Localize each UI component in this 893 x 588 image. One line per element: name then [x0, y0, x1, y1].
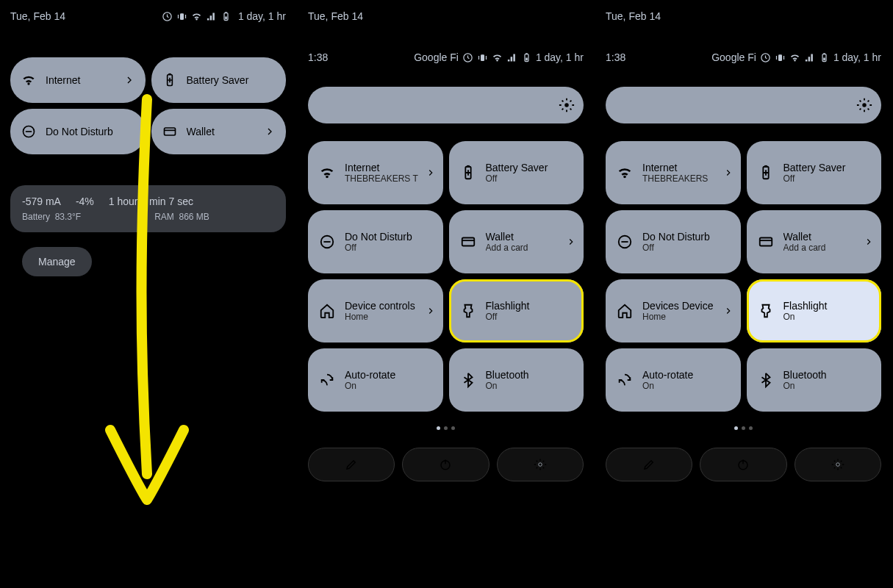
gear-icon	[534, 458, 547, 471]
bluetooth-icon	[757, 371, 775, 389]
tile-battery-saver[interactable]: Battery SaverOff	[449, 141, 584, 204]
edit-button[interactable]	[606, 448, 692, 481]
settings-button[interactable]	[497, 448, 584, 481]
power-button[interactable]	[700, 448, 786, 481]
power-button[interactable]	[402, 448, 489, 481]
tile-dnd[interactable]: Do Not DisturbOff	[606, 210, 741, 273]
brightness-slider[interactable]	[606, 87, 881, 123]
battery-saver-icon	[757, 164, 775, 182]
tile-title: Do Not Disturb	[642, 231, 731, 243]
status-timeleft: 1 day, 1 hr	[536, 51, 584, 63]
chevron-right-icon	[426, 306, 436, 316]
carrier-bar: 1:38 Google Fi 1 day, 1 hr	[298, 22, 594, 63]
tile-flashlight[interactable]: FlashlightOn	[747, 279, 882, 343]
tile-title: Bluetooth	[783, 369, 872, 381]
tile-bluetooth[interactable]: BluetoothOn	[449, 348, 584, 412]
wifi-icon	[21, 72, 37, 88]
tile-sub: Off	[345, 243, 433, 253]
card-icon	[757, 233, 775, 251]
status-time: 1:38	[606, 51, 625, 63]
qs-grid: InternetTHEBREAKERS Battery SaverOff Do …	[595, 123, 892, 412]
flashlight-icon	[459, 302, 477, 320]
dot	[444, 426, 448, 430]
tile-flashlight[interactable]: FlashlightOff	[449, 279, 584, 343]
tile-bluetooth[interactable]: BluetoothOn	[747, 348, 882, 412]
tile-label: Battery Saver	[187, 74, 276, 86]
autorotate-icon	[616, 371, 634, 389]
battery-saver-icon	[162, 72, 178, 88]
tile-sub: THEBREAKERS T	[345, 173, 433, 184]
tile-title: Flashlight	[486, 300, 574, 312]
signal-icon	[206, 11, 217, 22]
wifi-icon	[318, 164, 336, 182]
dot	[451, 426, 455, 430]
wifi-icon	[191, 11, 202, 22]
tile-wallet[interactable]: WalletAdd a card	[747, 210, 882, 273]
carrier-bar: 1:38 Google Fi 1 day, 1 hr	[595, 22, 892, 63]
signal-icon	[506, 52, 517, 63]
settings-button[interactable]	[795, 448, 881, 481]
home-icon	[318, 302, 336, 320]
chevron-right-icon	[864, 237, 874, 247]
tile-sub: Home	[345, 312, 433, 322]
qs-grid: InternetTHEBREAKERS T Battery SaverOff D…	[298, 123, 594, 412]
tile-device-controls[interactable]: Device controlsHome	[308, 279, 443, 343]
clock-icon	[462, 52, 473, 63]
tile-title: Do Not Disturb	[345, 231, 433, 243]
footer-buttons	[595, 430, 892, 481]
status-bar: Tue, Feb 14	[298, 0, 594, 22]
status-bar: Tue, Feb 14 1 day, 1 hr	[0, 0, 296, 22]
tile-sub: Add a card	[486, 243, 574, 253]
tile-sub: Home	[642, 312, 731, 322]
tile-sub: On	[783, 312, 872, 322]
vibrate-icon	[775, 52, 786, 63]
dot	[742, 426, 745, 430]
vibrate-icon	[176, 11, 187, 22]
chevron-right-icon	[566, 237, 576, 247]
manage-button[interactable]: Manage	[22, 247, 92, 276]
val-pct: -4%	[76, 196, 94, 207]
tile-title: Internet	[345, 162, 433, 173]
tile-sub: Off	[486, 173, 574, 184]
tile-sub: THEBREAKERS	[642, 173, 731, 184]
tile-auto-rotate[interactable]: Auto-rotateOn	[308, 348, 443, 412]
tile-title: Wallet	[486, 231, 574, 243]
footer-buttons	[298, 430, 594, 481]
tile-sub: Off	[783, 173, 872, 184]
brightness-slider[interactable]	[308, 87, 584, 123]
tile-auto-rotate[interactable]: Auto-rotateOn	[606, 348, 741, 412]
tile-title: Bluetooth	[486, 369, 574, 381]
tile-sub: Off	[486, 312, 574, 322]
tile-dnd[interactable]: Do Not DisturbOff	[308, 210, 443, 273]
tile-title: Battery Saver	[783, 162, 872, 173]
chevron-right-icon	[723, 168, 734, 178]
tile-internet[interactable]: InternetTHEBREAKERS	[606, 141, 741, 204]
tile-sub: On	[783, 381, 872, 391]
chevron-right-icon	[723, 306, 734, 316]
tile-wallet[interactable]: WalletAdd a card	[449, 210, 584, 273]
carrier-name: Google Fi	[414, 51, 459, 63]
tile-title: Device controls	[345, 300, 433, 312]
tile-battery-saver[interactable]: Battery SaverOff	[747, 141, 882, 204]
tile-sub: Add a card	[783, 243, 872, 253]
bluetooth-icon	[459, 371, 477, 389]
screenshot-panel-2: Tue, Feb 14 1:38 Google Fi 1 day, 1 hr I…	[298, 0, 595, 588]
carrier-name: Google Fi	[711, 51, 756, 63]
tile-sub: On	[345, 381, 433, 391]
power-icon	[736, 458, 750, 471]
tile-device-controls[interactable]: Devices DeviceHome	[606, 279, 741, 343]
home-icon	[616, 302, 634, 320]
tile-title: Devices Device	[642, 300, 731, 312]
dnd-icon	[616, 233, 634, 251]
tile-title: Auto-rotate	[345, 369, 433, 381]
gear-icon	[831, 458, 844, 471]
edit-button[interactable]	[308, 448, 395, 481]
val-current: -579 mA	[22, 196, 61, 207]
flashlight-icon	[757, 302, 775, 320]
clock-icon	[162, 11, 173, 22]
tile-title: Auto-rotate	[642, 369, 731, 381]
gear-icon	[856, 97, 872, 113]
tile-internet[interactable]: InternetTHEBREAKERS T	[308, 141, 443, 204]
tile-title: Flashlight	[783, 300, 872, 312]
status-icons: 1 day, 1 hr	[162, 10, 286, 22]
